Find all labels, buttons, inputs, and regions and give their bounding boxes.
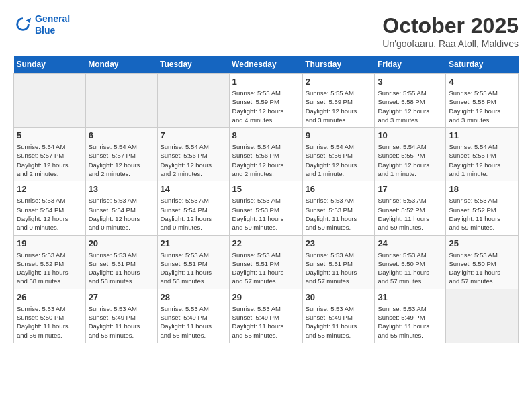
day-info: Sunrise: 5:53 AM Sunset: 5:50 PM Dayligh… (449, 250, 515, 286)
day-cell: 2Sunrise: 5:55 AM Sunset: 5:59 PM Daylig… (302, 74, 375, 128)
day-number: 10 (378, 130, 443, 140)
logo: General Blue (13, 13, 70, 36)
subtitle: Un'goofaaru, Raa Atoll, Maldives (382, 38, 519, 49)
day-number: 16 (306, 184, 372, 194)
day-info: Sunrise: 5:55 AM Sunset: 5:58 PM Dayligh… (449, 89, 515, 124)
header: General Blue October 2025 Un'goofaaru, R… (13, 13, 519, 49)
header-row: SundayMondayTuesdayWednesdayThursdayFrid… (14, 56, 519, 74)
day-number: 9 (306, 130, 372, 140)
day-number: 19 (17, 238, 83, 248)
day-number: 17 (378, 184, 443, 194)
day-info: Sunrise: 5:54 AM Sunset: 5:57 PM Dayligh… (17, 142, 83, 178)
day-number: 6 (89, 130, 154, 140)
day-cell: 1Sunrise: 5:55 AM Sunset: 5:59 PM Daylig… (229, 74, 302, 128)
day-info: Sunrise: 5:54 AM Sunset: 5:55 PM Dayligh… (378, 142, 443, 178)
day-info: Sunrise: 5:53 AM Sunset: 5:54 PM Dayligh… (17, 196, 83, 232)
header-cell-tuesday: Tuesday (157, 56, 229, 74)
day-cell: 5Sunrise: 5:54 AM Sunset: 5:57 PM Daylig… (14, 128, 86, 181)
day-number: 15 (232, 184, 300, 194)
day-number: 11 (449, 130, 515, 140)
day-number: 20 (89, 238, 154, 248)
day-cell: 19Sunrise: 5:53 AM Sunset: 5:52 PM Dayli… (14, 235, 86, 289)
day-info: Sunrise: 5:53 AM Sunset: 5:51 PM Dayligh… (232, 250, 300, 286)
day-cell (157, 74, 229, 128)
day-number: 24 (378, 238, 443, 248)
day-info: Sunrise: 5:53 AM Sunset: 5:50 PM Dayligh… (17, 304, 83, 340)
day-number: 4 (449, 77, 515, 87)
day-number: 22 (232, 238, 300, 248)
day-number: 31 (378, 292, 443, 302)
day-cell: 22Sunrise: 5:53 AM Sunset: 5:51 PM Dayli… (229, 235, 302, 289)
logo-line2: Blue (35, 25, 55, 36)
week-row-5: 26Sunrise: 5:53 AM Sunset: 5:50 PM Dayli… (14, 289, 519, 342)
day-cell: 7Sunrise: 5:54 AM Sunset: 5:56 PM Daylig… (157, 128, 229, 181)
day-cell (85, 74, 157, 128)
day-info: Sunrise: 5:53 AM Sunset: 5:52 PM Dayligh… (449, 196, 515, 232)
day-info: Sunrise: 5:55 AM Sunset: 5:58 PM Dayligh… (378, 89, 443, 124)
day-cell: 8Sunrise: 5:54 AM Sunset: 5:56 PM Daylig… (229, 128, 302, 181)
day-cell: 17Sunrise: 5:53 AM Sunset: 5:52 PM Dayli… (375, 181, 446, 235)
day-cell: 12Sunrise: 5:53 AM Sunset: 5:54 PM Dayli… (14, 181, 86, 235)
day-cell: 31Sunrise: 5:53 AM Sunset: 5:49 PM Dayli… (375, 289, 446, 342)
day-info: Sunrise: 5:53 AM Sunset: 5:49 PM Dayligh… (89, 304, 154, 340)
week-row-1: 1Sunrise: 5:55 AM Sunset: 5:59 PM Daylig… (14, 74, 519, 128)
day-number: 27 (89, 292, 154, 302)
day-number: 21 (161, 238, 226, 248)
week-row-2: 5Sunrise: 5:54 AM Sunset: 5:57 PM Daylig… (14, 128, 519, 181)
day-cell: 13Sunrise: 5:53 AM Sunset: 5:54 PM Dayli… (85, 181, 157, 235)
day-number: 26 (17, 292, 83, 302)
day-cell: 20Sunrise: 5:53 AM Sunset: 5:51 PM Dayli… (85, 235, 157, 289)
day-number: 30 (306, 292, 372, 302)
header-cell-monday: Monday (85, 56, 157, 74)
day-info: Sunrise: 5:53 AM Sunset: 5:49 PM Dayligh… (161, 304, 226, 340)
calendar-table: SundayMondayTuesdayWednesdayThursdayFrid… (13, 56, 519, 343)
day-info: Sunrise: 5:53 AM Sunset: 5:51 PM Dayligh… (306, 250, 372, 286)
logo-text: General Blue (35, 13, 70, 36)
header-cell-friday: Friday (375, 56, 446, 74)
day-number: 14 (161, 184, 226, 194)
day-info: Sunrise: 5:54 AM Sunset: 5:56 PM Dayligh… (232, 142, 300, 178)
day-cell (446, 289, 519, 342)
day-number: 23 (306, 238, 372, 248)
day-cell: 25Sunrise: 5:53 AM Sunset: 5:50 PM Dayli… (446, 235, 519, 289)
day-cell: 11Sunrise: 5:54 AM Sunset: 5:55 PM Dayli… (446, 128, 519, 181)
day-cell: 28Sunrise: 5:53 AM Sunset: 5:49 PM Dayli… (157, 289, 229, 342)
day-number: 25 (449, 238, 515, 248)
day-cell (14, 74, 86, 128)
day-number: 5 (17, 130, 83, 140)
day-cell: 9Sunrise: 5:54 AM Sunset: 5:56 PM Daylig… (302, 128, 375, 181)
title-area: October 2025 Un'goofaaru, Raa Atoll, Mal… (382, 13, 519, 49)
day-number: 8 (232, 130, 300, 140)
logo-icon (13, 15, 32, 34)
day-info: Sunrise: 5:53 AM Sunset: 5:51 PM Dayligh… (89, 250, 154, 286)
day-number: 2 (306, 77, 372, 87)
day-info: Sunrise: 5:54 AM Sunset: 5:55 PM Dayligh… (449, 142, 515, 178)
day-number: 7 (161, 130, 226, 140)
header-cell-sunday: Sunday (14, 56, 86, 74)
month-title: October 2025 (382, 13, 519, 38)
day-cell: 4Sunrise: 5:55 AM Sunset: 5:58 PM Daylig… (446, 74, 519, 128)
day-info: Sunrise: 5:54 AM Sunset: 5:56 PM Dayligh… (161, 142, 226, 178)
day-info: Sunrise: 5:53 AM Sunset: 5:51 PM Dayligh… (161, 250, 226, 286)
day-cell: 3Sunrise: 5:55 AM Sunset: 5:58 PM Daylig… (375, 74, 446, 128)
day-info: Sunrise: 5:53 AM Sunset: 5:54 PM Dayligh… (161, 196, 226, 232)
day-cell: 6Sunrise: 5:54 AM Sunset: 5:57 PM Daylig… (85, 128, 157, 181)
day-info: Sunrise: 5:53 AM Sunset: 5:49 PM Dayligh… (232, 304, 300, 340)
day-info: Sunrise: 5:54 AM Sunset: 5:57 PM Dayligh… (89, 142, 154, 178)
day-cell: 24Sunrise: 5:53 AM Sunset: 5:50 PM Dayli… (375, 235, 446, 289)
day-cell: 10Sunrise: 5:54 AM Sunset: 5:55 PM Dayli… (375, 128, 446, 181)
week-row-3: 12Sunrise: 5:53 AM Sunset: 5:54 PM Dayli… (14, 181, 519, 235)
day-info: Sunrise: 5:54 AM Sunset: 5:56 PM Dayligh… (306, 142, 372, 178)
day-info: Sunrise: 5:53 AM Sunset: 5:53 PM Dayligh… (232, 196, 300, 232)
week-row-4: 19Sunrise: 5:53 AM Sunset: 5:52 PM Dayli… (14, 235, 519, 289)
day-info: Sunrise: 5:53 AM Sunset: 5:49 PM Dayligh… (306, 304, 372, 340)
day-cell: 21Sunrise: 5:53 AM Sunset: 5:51 PM Dayli… (157, 235, 229, 289)
day-info: Sunrise: 5:53 AM Sunset: 5:52 PM Dayligh… (378, 196, 443, 232)
day-cell: 15Sunrise: 5:53 AM Sunset: 5:53 PM Dayli… (229, 181, 302, 235)
day-info: Sunrise: 5:55 AM Sunset: 5:59 PM Dayligh… (306, 89, 372, 124)
day-cell: 26Sunrise: 5:53 AM Sunset: 5:50 PM Dayli… (14, 289, 86, 342)
day-cell: 14Sunrise: 5:53 AM Sunset: 5:54 PM Dayli… (157, 181, 229, 235)
day-number: 18 (449, 184, 515, 194)
header-cell-thursday: Thursday (302, 56, 375, 74)
header-cell-saturday: Saturday (446, 56, 519, 74)
